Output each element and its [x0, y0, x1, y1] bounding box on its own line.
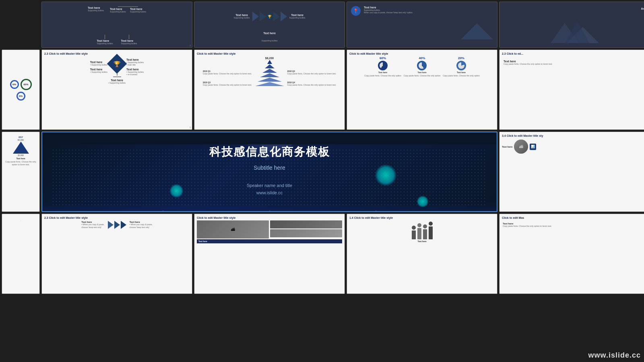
mid1-text-bot: Text here	[44, 79, 190, 82]
main-speaker: Speaker name and title	[247, 182, 292, 189]
mid3-donut3	[456, 61, 466, 70]
top3-title: Text here	[364, 6, 413, 9]
mid1-text2: Text here	[90, 68, 107, 71]
main-website: www.islide.cc	[256, 189, 283, 197]
top1-sub1: Supporting bullets	[88, 9, 104, 12]
circle-40: 40%	[10, 80, 19, 89]
top2-text2: Text here	[291, 14, 303, 16]
bot-left-empty: ·	[4, 220, 38, 222]
slide-grid: Text here Supporting bullets Text here S…	[0, 0, 644, 362]
feat-left-val2: 30,000	[18, 154, 24, 156]
top2-text3: Text here	[263, 32, 276, 35]
mid3-pct2: 40%	[419, 56, 425, 60]
mid2-q2-desc: Copy paste fonts. Choose the only option…	[287, 72, 336, 75]
bot4-title: Click to edit Mas	[502, 216, 644, 219]
bot1-sub2: • When you copy & paste,	[130, 223, 153, 226]
top1-text2: Text here	[110, 8, 122, 10]
slide-feat-far-left[interactable]: 2017 60,000 30,000 Text here Copy paste …	[2, 132, 40, 212]
slide-bot-4[interactable]: Click to edit Mas Text here Copy paste f…	[499, 214, 644, 294]
slide-mid-far-left[interactable]: 40% 60% 30%	[2, 49, 40, 130]
slide-main-featured[interactable]: 科技感信息化商务模板 Subtitle here Speaker name an…	[41, 132, 497, 212]
mid3-desc3: Copy paste fonts. Choose the only option	[443, 74, 479, 77]
watermark-text: www.islide.cc	[588, 351, 641, 359]
chart-bar-icon: 📊	[530, 144, 536, 150]
mid2-q3-desc: Copy paste fonts. Choose the only option…	[203, 84, 252, 86]
mid2-q1-desc: Copy paste fonts. Choose the only option…	[203, 72, 252, 75]
top1-text1: Text here	[88, 6, 100, 9]
slide-bot-1[interactable]: 2.3 Click to edit Master title style Tex…	[41, 214, 192, 294]
bot2-text: Text here	[198, 240, 341, 243]
mid4-text-here: Text here	[504, 60, 644, 63]
top3-bullet2: When you copy & paste, choose 'keep text…	[364, 11, 413, 14]
slide-top-1[interactable]: Text here Supporting bullets Text here S…	[41, 2, 192, 48]
mid1-text3: Text here	[126, 58, 144, 61]
feat-left-year: 2017	[19, 136, 23, 138]
mid3-desc1: Copy paste fonts. Choose the only option	[364, 74, 401, 77]
main-subtitle: Subtitle here	[254, 165, 285, 171]
top2-sub1: Supporting bullets	[233, 16, 250, 19]
slide-mid-3[interactable]: Click to edit Master title style 60% Tex…	[347, 49, 497, 130]
mid3-pct3: 20%	[458, 56, 464, 60]
top1-sub2: Supporting bullets	[110, 10, 126, 13]
slide-feat-right[interactable]: 3.4 Click to edit Master title sty Text …	[499, 132, 644, 212]
slide-number-mid1: 5	[190, 126, 191, 129]
bot3-text1: Text here	[418, 240, 427, 243]
top1-text3: Text here	[130, 8, 142, 10]
top1-sub3: Supporting bullets	[130, 10, 146, 13]
top2-text1: Text here	[235, 14, 248, 16]
mid1-text4: Text here	[126, 68, 144, 71]
mid3-label3: Text here	[457, 71, 466, 74]
arrow-left	[156, 210, 170, 212]
main-title-cn: 科技感信息化商务模板	[209, 144, 330, 160]
top1-text5: Text here	[121, 39, 134, 42]
bot4-desc: Copy paste fonts. Choose the only option…	[503, 225, 644, 228]
feat-left-val1: 60,000	[18, 139, 24, 141]
mid3-donut1	[378, 61, 388, 70]
slide-bot-far-left[interactable]: ·	[2, 214, 40, 294]
arrow-center	[262, 210, 277, 212]
feat-left-text: Text here	[4, 157, 38, 160]
bot1-sub1: • When you copy & paste,	[81, 223, 104, 226]
bot3-title: 1.4 Click to edit Master title style	[349, 216, 495, 219]
slide-bot-2[interactable]: Click to edit Master title style 🏙 Text …	[194, 214, 345, 294]
feat-right-title: 3.4 Click to edit Master title sty	[502, 134, 644, 137]
bot1-title: 2.3 Click to edit Master title style	[44, 216, 190, 219]
city-photo: 🏙	[514, 140, 528, 154]
top1-sub4: Supporting bullets	[97, 42, 113, 45]
mid3-pct1: 60%	[380, 56, 386, 60]
orb-3	[417, 195, 429, 208]
bot1-sub2b: choose 'keep text only'	[130, 226, 153, 229]
top2-sub3: Supporting bullets	[261, 39, 277, 42]
mid4-title: 2.3 Click to ed...	[502, 52, 644, 55]
mid1-text1: Text here	[90, 61, 107, 64]
feat-left-micro: Copy paste fonts. Choose the only option…	[4, 160, 38, 166]
bot2-photo1: 🏙	[197, 220, 269, 239]
slide-bot-3[interactable]: 1.4 Click to edit Master title style	[347, 214, 497, 294]
top1-text4: Text here	[97, 39, 109, 42]
mid1-sub1: • Supporting bullets	[90, 64, 107, 66]
mid3-label1: Text here	[378, 71, 387, 74]
arrow-right	[369, 210, 383, 212]
mid1-sub2: • Supporting bullets	[90, 71, 107, 74]
slide-top-2[interactable]: Text here Supporting bullets 🏆 Text here…	[194, 2, 345, 48]
bot1-sub1b: choose 'keep text only'	[81, 226, 104, 229]
slide-mid-2[interactable]: Click to edit Master title style 2018 Q1…	[194, 49, 345, 130]
slide-top-3[interactable]: 📍 Text here Supporting bullets When you …	[347, 2, 497, 48]
top1-sub5: Supporting bullets	[121, 42, 137, 45]
slide-number-top1: 1	[190, 44, 191, 47]
mid3-desc2: Copy paste fonts. Choose the only option	[404, 74, 440, 77]
bot2-title: Click to edit Master title style	[197, 216, 342, 219]
spacer-top-left	[2, 2, 40, 48]
slide-mid-1[interactable]: 2.3 Click to edit Master title style Tex…	[41, 49, 192, 130]
bot2-photo2	[270, 220, 342, 228]
circle-30: 30%	[17, 92, 25, 101]
top4-and-label: And	[641, 7, 644, 10]
bot2-photo3	[270, 229, 342, 237]
mid1-sub4: • Supporting bullets• re-inserted	[126, 71, 144, 76]
mid2-title: Click to edit Master title style	[197, 52, 342, 55]
top2-sub2: Supporting bullets	[289, 16, 305, 19]
slide-mid-4[interactable]: 2.3 Click to ed... Text here Copy paste …	[499, 49, 644, 130]
mid1-sub-bot: • Supporting bullets	[44, 82, 190, 84]
mid2-value: $8,200	[265, 57, 274, 60]
slide-top-4[interactable]: And	[499, 2, 644, 48]
